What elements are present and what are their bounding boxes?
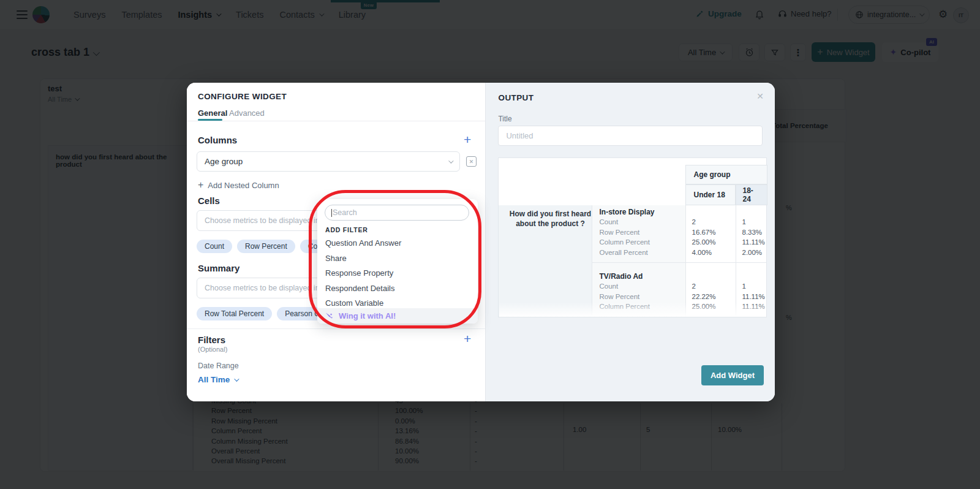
filters-section-label: Filters	[198, 335, 225, 345]
add-nested-row-link-clipped[interactable]: + Add Nested Row	[198, 121, 333, 126]
configure-widget-modal: CONFIGURE WIDGET General Advanced + Add …	[187, 83, 775, 401]
wing-it-with-ai-option[interactable]: Wing it with AI!	[317, 308, 478, 324]
chevron-down-icon	[234, 376, 239, 381]
close-icon[interactable]: ✕	[756, 91, 764, 101]
metric-value: 8.33%	[742, 229, 762, 236]
output-crosstab-table: Age group Under 18 18-24 How did you fir…	[498, 157, 767, 317]
section-divider	[187, 328, 486, 329]
add-filter-section-label: ADD FILTER	[325, 226, 368, 233]
column-border	[685, 205, 686, 317]
metric-value: 16.67%	[692, 229, 715, 236]
column-select[interactable]: Age group	[197, 151, 460, 172]
title-field-label: Title	[498, 115, 511, 123]
column-group-header: Age group	[685, 165, 767, 184]
metric-group-title: In-store Display	[599, 208, 654, 216]
row-group-header: How did you first heard about the produc…	[499, 209, 601, 229]
add-nested-column-link[interactable]: + Add Nested Column	[198, 180, 279, 191]
output-pane: OUTPUT ✕ Title Untitled Age group Under …	[485, 83, 775, 401]
summary-section-label: Summary	[198, 263, 239, 273]
metric-label: Overall Percent	[599, 249, 647, 256]
metric-value: 4.00%	[692, 249, 712, 256]
metric-label: Count	[599, 282, 618, 290]
metric-value: 2	[692, 282, 695, 290]
crosstab-body: How did you first heard about the produc…	[499, 205, 766, 317]
output-title: OUTPUT	[498, 93, 533, 102]
filter-option[interactable]: Share	[325, 254, 347, 263]
add-widget-button[interactable]: Add Widget	[701, 365, 764, 385]
metric-value: 25.00%	[692, 238, 715, 246]
metric-value: 2.00%	[742, 249, 762, 256]
group-divider	[592, 262, 766, 263]
filter-option[interactable]: Question And Answer	[325, 238, 401, 248]
tab-advanced[interactable]: Advanced	[229, 108, 265, 118]
columns-section-label: Columns	[198, 135, 237, 145]
tab-general[interactable]: General	[198, 108, 227, 118]
metric-value: 1	[742, 218, 745, 226]
metric-label: Column Percent	[599, 238, 649, 246]
add-filter-dropdown: Search ADD FILTER Question And AnswerSha…	[317, 199, 478, 324]
filters-optional-label: (Optional)	[198, 346, 227, 353]
cells-section-label: Cells	[198, 195, 220, 206]
plus-icon: +	[198, 180, 203, 191]
quill-sparkle-icon	[325, 311, 334, 320]
column-header-under-18: Under 18	[685, 184, 736, 205]
date-range-value[interactable]: All Time	[198, 375, 238, 384]
text-caret	[331, 209, 332, 217]
date-range-label: Date Range	[198, 362, 239, 370]
column-header-18-24: 18-24	[736, 184, 767, 205]
search-input[interactable]: Search	[325, 205, 469, 221]
app-window: SurveysTemplatesInsightsTicketsContactsL…	[0, 0, 980, 489]
metric-label: Count	[599, 218, 618, 226]
modal-title: CONFIGURE WIDGET	[198, 92, 287, 101]
widget-title-input[interactable]: Untitled	[498, 126, 763, 146]
cells-chip[interactable]: Row Percent	[237, 240, 295, 253]
metric-group-title: TV/Radio Ad	[599, 272, 643, 281]
remove-column-icon[interactable]: ✕	[466, 156, 477, 167]
add-filter-button[interactable]: +	[464, 333, 471, 344]
metric-label: Row Percent	[599, 293, 639, 300]
scroll-fade	[499, 302, 766, 317]
metric-value: 1	[742, 282, 745, 290]
metric-value: 22.22%	[692, 293, 715, 300]
metric-label: Row Percent	[599, 229, 639, 236]
metric-value: 11.11%	[742, 293, 764, 300]
cells-chip[interactable]: Count	[197, 240, 232, 253]
filter-option[interactable]: Custom Variable	[325, 298, 383, 308]
summary-chip[interactable]: Row Total Percent	[197, 307, 272, 320]
filter-option[interactable]: Respondent Details	[325, 284, 394, 293]
column-border	[736, 205, 736, 317]
metric-value: 11.11%	[742, 238, 764, 246]
filter-option[interactable]: Response Property	[325, 268, 393, 278]
metric-value: 2	[692, 218, 695, 226]
chevron-down-icon	[448, 158, 453, 163]
add-column-button[interactable]: +	[464, 134, 471, 145]
